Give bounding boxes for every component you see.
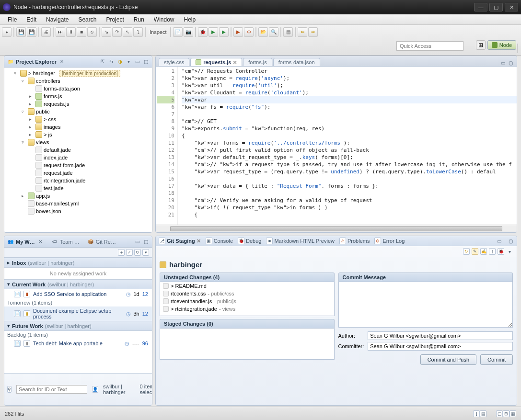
- close-tab-icon[interactable]: ✕: [197, 238, 201, 244]
- perspective-node[interactable]: Node: [487, 40, 516, 50]
- task-row[interactable]: 📄 ▮ Document example Eclipse setup proce…: [4, 306, 152, 321]
- menu-search[interactable]: Search: [73, 15, 101, 24]
- save-icon[interactable]: 💾: [16, 27, 26, 37]
- tab-git-staging[interactable]: ⎇Git Staging✕: [159, 238, 201, 244]
- amend-icon[interactable]: ✎: [472, 248, 478, 255]
- minimize-mywork-icon[interactable]: ▭: [134, 238, 140, 245]
- search-icon[interactable]: 🔍: [269, 27, 278, 37]
- run-icon[interactable]: ▶: [208, 27, 218, 37]
- layout-icon-3[interactable]: ▢: [496, 410, 503, 417]
- refresh-icon[interactable]: ↻: [134, 249, 141, 256]
- tab-style-css[interactable]: style.css: [159, 58, 189, 66]
- tab-forms-js[interactable]: forms.js: [243, 58, 272, 66]
- maximize-bottom-icon[interactable]: ▢: [507, 238, 514, 244]
- tree-request-form-jade[interactable]: request-form.jade: [44, 162, 85, 168]
- focus-icon[interactable]: ◑: [116, 58, 123, 65]
- commit-message-input[interactable]: [338, 282, 513, 328]
- tree-public[interactable]: public: [36, 109, 50, 114]
- id-search-input[interactable]: [16, 385, 87, 394]
- tree-default-jade[interactable]: default.jade: [44, 147, 71, 153]
- minimize-button[interactable]: —: [474, 3, 487, 11]
- menu-window[interactable]: Window: [149, 15, 179, 24]
- tree-images[interactable]: images: [44, 124, 60, 130]
- editor-body[interactable]: 123456789101112131415161718192021 "cm">/…: [156, 67, 517, 225]
- save-all-icon[interactable]: 💾: [27, 27, 36, 37]
- tree-test-jade[interactable]: test.jade: [44, 185, 64, 191]
- debug-icon[interactable]: 🐞: [198, 27, 208, 37]
- unstaged-item[interactable]: > README.md: [160, 282, 334, 290]
- menu-file[interactable]: File: [3, 15, 22, 24]
- launch-icon[interactable]: ⚙: [244, 27, 254, 37]
- new-icon[interactable]: ▸: [2, 27, 12, 37]
- layout-icon-1[interactable]: ⫿: [473, 410, 480, 417]
- tree-css[interactable]: > css: [44, 116, 56, 122]
- future-head[interactable]: Future Work: [12, 323, 43, 329]
- camera-icon[interactable]: 📷: [184, 27, 193, 37]
- columns-icon[interactable]: ⫿: [489, 248, 496, 255]
- layout-icon-2[interactable]: ▤: [480, 410, 486, 417]
- inbox-head[interactable]: Inbox: [12, 260, 26, 266]
- mywork-tab[interactable]: My W…: [16, 239, 35, 245]
- minimize-editor-icon[interactable]: ▭: [499, 59, 506, 66]
- tab-requests-js[interactable]: requests.js✕: [190, 58, 242, 66]
- menu-edit[interactable]: Edit: [22, 15, 41, 24]
- step-into-icon[interactable]: ↘: [102, 27, 111, 37]
- close-button[interactable]: ✕: [505, 3, 518, 11]
- committer-input[interactable]: [368, 342, 513, 351]
- editor-hscrollbar[interactable]: [156, 225, 517, 232]
- commit-push-button[interactable]: Commit and Push: [420, 354, 476, 365]
- menu-help[interactable]: Help: [179, 15, 201, 24]
- maximize-view-icon[interactable]: ▢: [142, 58, 149, 65]
- add-icon[interactable]: ＋: [118, 249, 125, 256]
- unstaged-item[interactable]: > rtcintegration.jade - views: [160, 305, 334, 313]
- refresh-git-icon[interactable]: ↻: [463, 248, 470, 255]
- minimize-view-icon[interactable]: ▭: [134, 58, 140, 65]
- tab-debug[interactable]: 🐞Debug: [238, 238, 261, 244]
- menu-navigate[interactable]: Navigate: [41, 15, 73, 24]
- tab-forms-data-json[interactable]: forms-data.json: [273, 58, 320, 66]
- tree-forms-js[interactable]: forms.js: [44, 93, 62, 99]
- tree-index-jade[interactable]: index.jade: [44, 155, 68, 160]
- layout-icon-4[interactable]: ⊞: [503, 410, 509, 417]
- maximize-editor-icon[interactable]: ▢: [507, 59, 514, 66]
- tree-controllers[interactable]: controllers: [36, 78, 60, 84]
- unstaged-list[interactable]: > README.mdrtccontents.css - public/cssr…: [160, 282, 335, 316]
- menu-project[interactable]: Project: [101, 15, 128, 24]
- project-tree[interactable]: ▿> harbinger [harbinger ibm-production] …: [4, 68, 152, 232]
- ext-tools-icon[interactable]: ▶: [233, 27, 243, 37]
- maximize-button[interactable]: ▢: [489, 3, 503, 11]
- print-icon[interactable]: 🖨: [41, 27, 51, 37]
- maximize-mywork-icon[interactable]: ▢: [142, 238, 149, 245]
- menu-run[interactable]: Run: [129, 15, 149, 24]
- coverage-icon[interactable]: ▶: [219, 27, 229, 37]
- task-row[interactable]: 📄 ▮ Tech debt: Make app portable ◷ ---- …: [4, 339, 152, 348]
- tree-app-js[interactable]: app.js: [36, 193, 50, 199]
- author-input[interactable]: [368, 331, 513, 340]
- tree-views[interactable]: views: [36, 139, 49, 145]
- current-head[interactable]: Current Work: [12, 282, 46, 287]
- notes-icon[interactable]: 📄: [173, 27, 183, 37]
- view-menu-icon[interactable]: ▾: [125, 58, 132, 65]
- tree-rtcintegration-jade[interactable]: rtcintegration.jade: [44, 178, 85, 183]
- commit-button[interactable]: Commit: [480, 354, 513, 365]
- close-view-icon[interactable]: ✕: [58, 58, 65, 65]
- outline-icon[interactable]: ▤: [283, 27, 293, 37]
- step-over-icon[interactable]: ↷: [112, 27, 122, 37]
- open-folder-icon[interactable]: 📂: [258, 27, 268, 37]
- tree-js[interactable]: > js: [44, 132, 52, 137]
- search-toggle-icon[interactable]: ⚲: [7, 386, 12, 393]
- tree-bower-json[interactable]: bower.json: [36, 208, 61, 214]
- minimize-bottom-icon[interactable]: ▭: [496, 238, 502, 244]
- stop-icon[interactable]: ■: [77, 27, 86, 37]
- back-icon[interactable]: ⬅: [298, 27, 307, 37]
- tab-markdown[interactable]: ■Markdown HTML Preview: [266, 238, 335, 244]
- tree-root[interactable]: > harbinger: [28, 70, 55, 76]
- drop-icon[interactable]: ⤵: [133, 27, 143, 37]
- close-tab-icon[interactable]: ✕: [233, 60, 237, 65]
- tab-problems[interactable]: ⚠Problems: [339, 238, 370, 244]
- forward-icon[interactable]: ➡: [308, 27, 318, 37]
- layout-icon-5[interactable]: ▦: [509, 410, 516, 417]
- tree-base-manifest[interactable]: base-manifest.yml: [36, 201, 79, 206]
- tree-forms-data[interactable]: forms-data.json: [44, 86, 80, 91]
- open-perspective-icon[interactable]: ⊞: [476, 40, 486, 50]
